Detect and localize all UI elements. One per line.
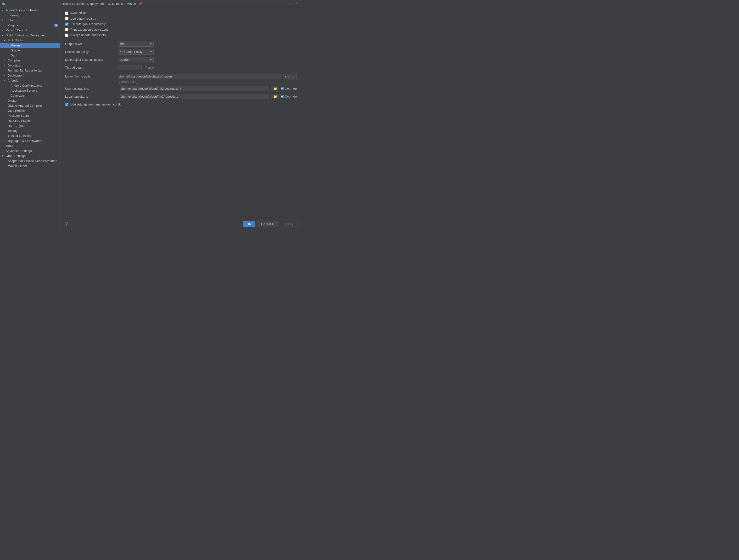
user-settings-override-checkbox[interactable] xyxy=(281,87,284,90)
sidebar-label-editor: Editor xyxy=(6,18,14,22)
search-bar[interactable]: 🔍 xyxy=(0,1,60,8)
sidebar-label-gradle-android: Gradle-Android Compiler xyxy=(8,104,42,108)
nav-back-button[interactable]: ← xyxy=(286,1,292,6)
user-settings-browse-btn[interactable]: 📁 xyxy=(271,86,279,91)
sidebar-item-docker[interactable]: Docker xyxy=(0,98,60,103)
sidebar-item-version-control[interactable]: Version Control xyxy=(0,28,60,33)
ok-button[interactable]: OK xyxy=(243,221,255,227)
arrow-icon-compiler xyxy=(4,59,7,62)
user-settings-input[interactable] xyxy=(120,86,269,91)
local-repo-row: Local repository: 📁 Override xyxy=(65,94,297,99)
local-repo-browse-btn[interactable]: 📁 xyxy=(271,94,279,99)
maven-home-input[interactable] xyxy=(118,74,282,79)
arrow-icon-build-exec-deploy xyxy=(2,34,5,37)
sidebar-item-appearance[interactable]: Appearance & Behavior xyxy=(0,8,60,13)
sidebar-item-gradle-android[interactable]: Gradle-Android Compiler xyxy=(0,103,60,108)
sidebar-label-advanced-settings: Advanced Settings xyxy=(6,149,32,153)
arrow-icon-version-control xyxy=(2,29,5,32)
sidebar-item-remote-jar[interactable]: Remote Jar Repositories xyxy=(0,68,60,73)
sidebar-item-coverage[interactable]: Coverage xyxy=(0,93,60,98)
sidebar-item-run-targets[interactable]: Run Targets xyxy=(0,123,60,128)
output-level-select[interactable]: Quiet Info Debug xyxy=(118,41,154,47)
user-settings-label: User settings file: xyxy=(65,87,118,90)
sidebar-item-deployment[interactable]: Deployment xyxy=(0,73,60,78)
work-offline-label[interactable]: Work offline xyxy=(70,11,87,15)
help-icon[interactable]: ❓ xyxy=(64,222,69,226)
sidebar-item-gradle[interactable]: Gradle xyxy=(0,48,60,53)
maven-home-input-wrap: ▾ … xyxy=(118,74,297,79)
sidebar-item-debugger[interactable]: Debugger xyxy=(0,63,60,68)
arrow-icon-languages-frameworks xyxy=(2,140,5,142)
sidebar-item-android[interactable]: Android xyxy=(0,78,60,83)
sidebar-item-package-search[interactable]: Package Search xyxy=(0,113,60,118)
sidebar-label-other-settings: Other Settings xyxy=(6,154,26,158)
work-offline-row: Work offline xyxy=(65,11,297,15)
arrow-icon-other-settings xyxy=(2,155,5,157)
sidebar-item-editor[interactable]: Editor xyxy=(0,18,60,23)
local-repo-override-checkbox[interactable] xyxy=(281,95,284,98)
maven-home-dropdown-btn[interactable]: ▾ xyxy=(283,74,289,79)
always-update-checkbox[interactable] xyxy=(65,33,68,37)
sidebar-label-maven-helper: Maven Helper xyxy=(8,164,27,168)
sidebar-item-android-configs[interactable]: Android Configurations xyxy=(0,83,60,88)
sidebar-item-tools[interactable]: Tools xyxy=(0,143,60,148)
thread-count-input[interactable] xyxy=(118,65,142,70)
checksum-policy-label: Checksum policy: xyxy=(65,50,118,53)
sidebar-item-java-profiler[interactable]: Java Profiler xyxy=(0,108,60,113)
maven-home-browse-btn[interactable]: … xyxy=(290,74,297,79)
sidebar-label-maven: Maven xyxy=(11,43,20,47)
sidebar-label-adapter-eclipse: Adapter for Eclipse Code Formatter xyxy=(8,159,56,163)
arrow-icon-deployment xyxy=(4,74,7,77)
sidebar-item-plugins[interactable]: Plugins5 xyxy=(0,23,60,28)
sidebar-item-build-exec-deploy[interactable]: Build, Execution, Deployment xyxy=(0,33,60,38)
t-option-text: -T option xyxy=(144,66,155,69)
execute-goals-label[interactable]: Execute goals recursively xyxy=(70,22,106,26)
checksum-policy-select[interactable]: No Global Policy Fail Warn Ignore xyxy=(118,49,154,54)
use-plugin-registry-checkbox[interactable] xyxy=(65,17,68,20)
apply-button[interactable]: APPLY xyxy=(280,221,298,227)
cancel-button[interactable]: CANCEL xyxy=(257,221,278,227)
always-update-label[interactable]: Always update snapshots xyxy=(70,33,106,37)
maven-version-text: (Version: 3.8.4) xyxy=(118,80,297,83)
execute-goals-checkbox[interactable] xyxy=(65,22,68,26)
sidebar-label-required-plugins: Required Plugins xyxy=(8,119,31,123)
sidebar-label-remote-jar: Remote Jar Repositories xyxy=(8,69,42,72)
local-repo-input[interactable] xyxy=(120,94,269,99)
sidebar-item-trusted-locations[interactable]: Trusted Locations xyxy=(0,133,60,138)
sidebar-item-gant[interactable]: Gant xyxy=(0,53,60,58)
sidebar-item-other-settings[interactable]: Other Settings xyxy=(0,153,60,158)
print-exception-checkbox[interactable] xyxy=(65,28,68,31)
use-plugin-registry-label[interactable]: Use plugin registry xyxy=(70,17,96,20)
local-repo-override-label[interactable]: Override xyxy=(285,95,297,98)
sidebar-item-maven-helper[interactable]: Maven Helper xyxy=(0,163,60,168)
nav-buttons: ← → xyxy=(286,1,299,6)
print-exception-label[interactable]: Print exception stack traces xyxy=(70,28,108,31)
sidebar-item-build-tools[interactable]: Build Tools xyxy=(0,38,60,43)
sidebar-item-required-plugins[interactable]: Required Plugins xyxy=(0,118,60,123)
sidebar-item-advanced-settings[interactable]: Advanced Settings xyxy=(0,148,60,153)
sidebar-label-languages-frameworks: Languages & Frameworks xyxy=(6,139,42,143)
thread-count-control: -T option xyxy=(118,65,155,70)
sidebar-item-languages-frameworks[interactable]: Languages & Frameworks xyxy=(0,138,60,143)
sidebar-label-plugins: Plugins xyxy=(8,23,18,27)
sidebar-item-adapter-eclipse[interactable]: Adapter for Eclipse Code Formatter xyxy=(0,158,60,163)
sidebar-item-app-servers[interactable]: Application Servers xyxy=(0,88,60,93)
sidebar-label-package-search: Package Search xyxy=(8,114,30,118)
sidebar-item-testing[interactable]: Testing xyxy=(0,128,60,133)
multiproject-policy-select[interactable]: Default Fail At End Fail Never xyxy=(118,57,154,62)
pin-icon[interactable]: 📌 xyxy=(139,2,142,5)
work-offline-checkbox[interactable] xyxy=(65,11,68,15)
sidebar-item-maven[interactable]: Maven xyxy=(0,43,60,48)
multiproject-policy-row: Multiproject build fail policy: Default … xyxy=(65,57,297,62)
breadcrumb: Build, Execution, Deployment › Build Too… xyxy=(60,0,302,7)
use-mvn-settings-checkbox[interactable] xyxy=(65,103,68,106)
nav-forward-button[interactable]: → xyxy=(293,1,299,6)
user-settings-override: Override xyxy=(281,87,297,90)
use-mvn-settings-label[interactable]: Use settings from .mvn/maven.config xyxy=(70,103,122,106)
arrow-icon-appearance xyxy=(2,9,5,11)
user-settings-actions: 📁 Override xyxy=(271,86,297,91)
sidebar-item-compiler[interactable]: Compiler xyxy=(0,58,60,63)
user-settings-override-label[interactable]: Override xyxy=(285,87,297,90)
sidebar-label-tools: Tools xyxy=(6,144,13,148)
sidebar-item-keymap[interactable]: Keymap xyxy=(0,13,60,18)
